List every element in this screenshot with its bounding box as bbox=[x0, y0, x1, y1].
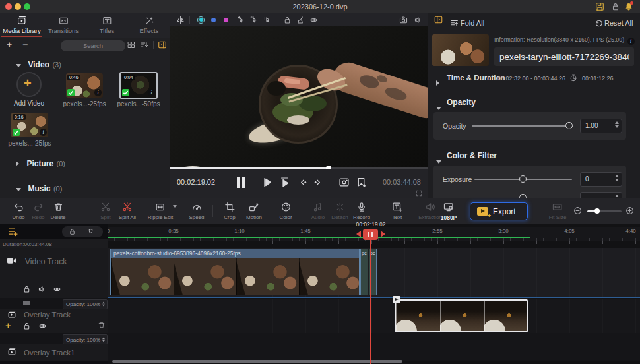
playhead-line[interactable] bbox=[370, 229, 371, 364]
pause-icon-bar[interactable] bbox=[242, 177, 245, 188]
playhead-right-chevron[interactable] bbox=[381, 231, 385, 237]
ripple-edit-button[interactable]: Ripple Edit bbox=[148, 202, 174, 220]
video-clip[interactable]: pexels-cottonbro-studio-6953896-4096x216… bbox=[110, 249, 360, 295]
exposure-slider-handle[interactable] bbox=[519, 175, 527, 183]
music-section-header[interactable]: Music (0) bbox=[16, 182, 62, 194]
playhead-left-chevron[interactable] bbox=[356, 231, 361, 237]
opacity-collapse-icon[interactable] bbox=[436, 101, 441, 113]
video-frame[interactable] bbox=[170, 26, 428, 167]
media-item-thumbnail[interactable]: 0:46 i bbox=[66, 73, 103, 98]
exposure-value-field[interactable]: 0 bbox=[580, 172, 622, 187]
flip-icon[interactable] bbox=[176, 16, 185, 24]
overlay-track-header[interactable]: Overlay Track + bbox=[0, 309, 108, 333]
remove-media-button[interactable]: − bbox=[22, 40, 28, 50]
zoom-slider-handle[interactable] bbox=[594, 208, 600, 214]
track-mute-icon[interactable] bbox=[38, 285, 46, 293]
detach-button[interactable]: Detach bbox=[331, 202, 348, 220]
fold-all-icon[interactable] bbox=[450, 19, 459, 28]
ripple-edit-dropdown-caret[interactable] bbox=[173, 205, 177, 208]
select-cursor-icon[interactable] bbox=[263, 16, 272, 24]
add-media-button[interactable]: + bbox=[7, 40, 12, 50]
overlay-track1-lane[interactable] bbox=[108, 333, 640, 361]
mini-clip[interactable]: pe bbox=[360, 249, 368, 295]
color-button[interactable]: Color bbox=[279, 202, 292, 220]
reset-all-button[interactable]: Reset All bbox=[604, 19, 633, 27]
add-marker-icon[interactable] bbox=[356, 177, 367, 188]
zoom-out-icon[interactable] bbox=[573, 206, 582, 215]
play-to-end-icon[interactable] bbox=[279, 176, 292, 189]
info-icon[interactable]: i bbox=[94, 89, 102, 96]
show-hide-eye-icon[interactable] bbox=[309, 16, 318, 24]
stepper[interactable] bbox=[102, 302, 105, 307]
opacity-pill[interactable]: Opacity: 100% bbox=[63, 299, 108, 309]
lock-preview-icon[interactable] bbox=[283, 16, 292, 24]
add-video-button[interactable]: + bbox=[16, 72, 42, 97]
next-value-field-partial[interactable] bbox=[580, 192, 622, 198]
opacity-value-field[interactable]: 1.00 bbox=[580, 119, 622, 133]
opacity-pill[interactable]: Opacity: 100% bbox=[63, 334, 108, 344]
add-track-icon[interactable] bbox=[8, 226, 18, 237]
save-icon[interactable] bbox=[595, 2, 604, 11]
collapse-panel-icon[interactable] bbox=[158, 40, 167, 49]
fold-all-button[interactable]: Fold All bbox=[461, 19, 484, 27]
delete-track-icon[interactable] bbox=[98, 321, 106, 329]
info-icon[interactable]: i bbox=[40, 129, 47, 136]
magenta-marker[interactable] bbox=[224, 18, 228, 22]
lock-icon[interactable] bbox=[611, 2, 620, 11]
notification-bell-icon[interactable] bbox=[624, 2, 633, 11]
blue-marker[interactable] bbox=[211, 18, 216, 22]
grid-view-icon[interactable] bbox=[127, 41, 135, 49]
lock-tracks-icon[interactable] bbox=[69, 228, 76, 235]
export-button[interactable]: Export bbox=[470, 202, 528, 220]
track-visibility-icon[interactable] bbox=[53, 285, 61, 293]
overlay-clip-selected[interactable] bbox=[395, 299, 528, 332]
preview-volume-icon[interactable] bbox=[414, 16, 422, 24]
opacity-slider[interactable] bbox=[472, 125, 572, 127]
color-filter-collapse-icon[interactable] bbox=[436, 154, 441, 166]
video-track-header[interactable]: Video Track bbox=[0, 248, 108, 298]
next-frame-icon[interactable] bbox=[313, 177, 323, 187]
stepper[interactable] bbox=[102, 337, 105, 342]
crop-button[interactable]: Crop bbox=[224, 202, 235, 220]
fullscreen-icon[interactable] bbox=[416, 190, 422, 197]
extraction-button[interactable]: Extraction bbox=[418, 202, 442, 220]
zoom-in-icon[interactable] bbox=[625, 206, 634, 215]
track-visibility-icon[interactable] bbox=[38, 322, 47, 330]
cyan-marker-selected[interactable] bbox=[197, 16, 205, 24]
snapshot-camera-icon[interactable] bbox=[399, 16, 408, 24]
overlay-track1-header[interactable]: Overlay Track1 bbox=[0, 344, 108, 361]
video-section-header[interactable]: Video (3) bbox=[16, 58, 61, 70]
delete-button[interactable]: Delete bbox=[50, 202, 65, 220]
add-overlay-icon[interactable]: + bbox=[5, 320, 11, 331]
media-item-thumbnail-selected[interactable]: 0:04 i bbox=[119, 72, 158, 99]
tab-media-library[interactable]: Media Library bbox=[3, 16, 41, 34]
video-track-lane[interactable]: pexels-cottonbro-studio-6953896-4096x216… bbox=[108, 248, 640, 298]
tab-transitions[interactable]: Transitions bbox=[48, 16, 79, 34]
stepper[interactable] bbox=[615, 121, 619, 128]
track-lock-icon[interactable] bbox=[22, 322, 31, 330]
undo-button[interactable]: Undo bbox=[12, 202, 24, 220]
fit-size-button[interactable]: Fit Size bbox=[549, 202, 567, 220]
picture-section-header[interactable]: Picture (0) bbox=[16, 157, 65, 169]
audio-button[interactable]: Audio bbox=[311, 202, 325, 220]
media-item-thumbnail[interactable]: 0:16 i bbox=[11, 113, 48, 137]
snap-cursor-icon[interactable] bbox=[237, 16, 245, 24]
record-button[interactable]: Record bbox=[353, 202, 370, 220]
tab-effects[interactable]: Effects bbox=[140, 16, 159, 34]
pause-icon[interactable] bbox=[237, 177, 240, 188]
info-icon[interactable]: i bbox=[148, 89, 155, 96]
speed-button[interactable]: Speed bbox=[189, 202, 204, 220]
playhead-handle[interactable] bbox=[363, 229, 378, 240]
resolution-button[interactable]: 1080P bbox=[441, 202, 457, 221]
drag-handle-icon[interactable] bbox=[23, 301, 30, 303]
timeline-horizontal-scrollbar[interactable] bbox=[112, 360, 402, 363]
previous-frame-icon[interactable] bbox=[298, 177, 308, 187]
search-input[interactable] bbox=[61, 40, 125, 51]
stepper[interactable] bbox=[615, 175, 619, 181]
play-from-start-icon[interactable] bbox=[261, 176, 273, 189]
motion-button[interactable]: Motion bbox=[246, 202, 262, 220]
snapshot-icon[interactable] bbox=[338, 177, 350, 188]
sort-icon[interactable] bbox=[141, 41, 148, 49]
panel-toggle-icon[interactable] bbox=[433, 15, 443, 24]
time-duration-arrow-icon[interactable] bbox=[436, 76, 439, 88]
